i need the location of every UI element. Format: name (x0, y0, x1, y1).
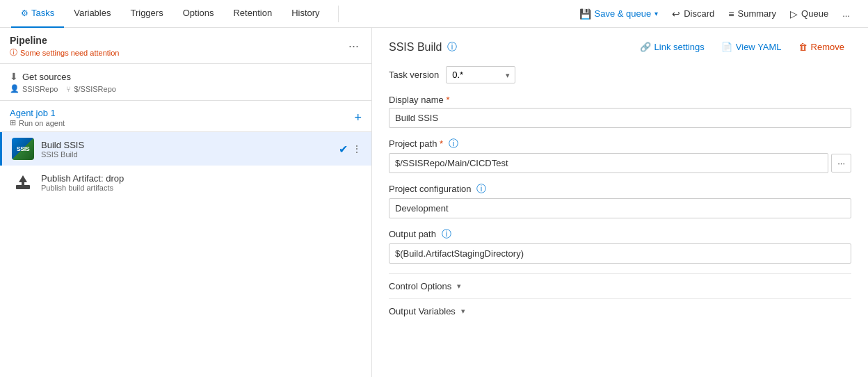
agent-job-title-block: Agent job 1 ⊞ Run on agent (10, 108, 65, 127)
add-task-button[interactable]: + (354, 111, 362, 125)
task-info-icon[interactable]: ⓘ (447, 41, 457, 54)
discard-button[interactable]: ↩ Discard (665, 3, 721, 24)
top-actions: 💾 Save & queue ▾ ↩ Discard ≡ Summary ▷ Q… (572, 3, 857, 24)
top-nav: ⚙ Tasks Variables Triggers Options Reten… (0, 0, 868, 28)
list-icon: ≡ (728, 8, 734, 19)
warning-icon: ⓘ (10, 47, 17, 58)
task-version-row: Task version 0.* 1.* (389, 66, 851, 83)
yaml-icon: 📄 (721, 42, 732, 52)
undo-icon: ↩ (672, 8, 680, 19)
person-icon: 👤 (10, 84, 19, 93)
project-configuration-input[interactable] (389, 198, 851, 218)
save-queue-button[interactable]: 💾 Save & queue ▾ (572, 3, 666, 24)
agent-job-header: Agent job 1 ⊞ Run on agent + (10, 108, 362, 127)
get-sources-branch: ⑂ $/SSISRepo (66, 85, 116, 93)
remove-button[interactable]: 🗑 Remove (791, 39, 851, 55)
task-item-publish-artifact[interactable]: Publish Artifact: drop Publish build art… (0, 166, 371, 199)
display-name-input[interactable] (389, 108, 851, 128)
task-sub-publish-artifact: Publish build artifacts (41, 184, 362, 192)
agent-job-sub: ⊞ Run on agent (10, 118, 65, 127)
right-panel: SSIS Build ⓘ 🔗 Link settings 📄 View YAML… (372, 28, 868, 377)
output-variables-section[interactable]: Output Variables ▾ (389, 298, 851, 323)
pipeline-icon: ⚙ (21, 8, 29, 18)
display-name-label: Display name * (389, 95, 851, 105)
tab-variables[interactable]: Variables (64, 0, 120, 28)
play-icon: ▷ (790, 8, 798, 19)
view-yaml-button[interactable]: 📄 View YAML (714, 39, 789, 55)
display-name-required-star: * (446, 95, 449, 105)
task-info-build-ssis: Build SSIS SSIS Build (41, 140, 339, 159)
link-icon: 🔗 (640, 42, 651, 52)
get-sources-meta: 👤 SSISRepo ⑂ $/SSISRepo (10, 84, 362, 93)
agent-job-title: Agent job 1 (10, 108, 65, 118)
project-path-row: Project path * ⓘ ··· (389, 138, 851, 173)
summary-button[interactable]: ≡ Summary (721, 3, 783, 24)
pipeline-warning: ⓘ Some settings need attention (10, 47, 119, 58)
project-path-info-icon[interactable]: ⓘ (449, 138, 458, 149)
pipeline-title-block: Pipeline ⓘ Some settings need attention (10, 35, 119, 58)
project-configuration-label: Project configuration ⓘ (389, 183, 851, 195)
tab-tasks[interactable]: ⚙ Tasks (11, 0, 64, 28)
task-actions-build-ssis: ✔ ⋮ (339, 143, 362, 156)
svg-rect-1 (16, 185, 30, 189)
nav-divider (338, 6, 339, 22)
project-config-info-icon[interactable]: ⓘ (476, 183, 486, 194)
display-name-row: Display name * (389, 95, 851, 128)
tab-retention[interactable]: Retention (223, 0, 282, 28)
pipeline-more-button[interactable]: ··· (346, 39, 362, 54)
output-path-label: Output path ⓘ (389, 228, 851, 241)
pipeline-title: Pipeline (10, 35, 119, 46)
detail-actions: 🔗 Link settings 📄 View YAML 🗑 Remove (633, 39, 851, 55)
get-sources-row: ⬇ Get sources (10, 71, 362, 82)
control-options-chevron-icon: ▾ (457, 282, 461, 291)
control-options-section[interactable]: Control Options ▾ (389, 273, 851, 298)
more-actions-button[interactable]: ... (835, 3, 857, 24)
task-icon-ssis: SSIS (12, 138, 34, 160)
trash-icon: 🗑 (798, 42, 807, 52)
branch-icon: ⑂ (66, 85, 71, 93)
project-path-required-star: * (440, 138, 443, 149)
task-sub-build-ssis: SSIS Build (41, 150, 339, 159)
task-list: SSIS Build SSIS SSIS Build ✔ ⋮ (0, 132, 371, 377)
agent-job-section: Agent job 1 ⊞ Run on agent + (0, 101, 371, 132)
link-settings-button[interactable]: 🔗 Link settings (633, 39, 712, 55)
output-variables-chevron-icon: ▾ (461, 307, 465, 316)
tab-options[interactable]: Options (173, 0, 224, 28)
task-detail-header: SSIS Build ⓘ 🔗 Link settings 📄 View YAML… (389, 39, 851, 55)
get-sources-icon: ⬇ (10, 71, 18, 82)
output-path-row: Output path ⓘ (389, 228, 851, 264)
task-detail-title: SSIS Build ⓘ (389, 41, 457, 54)
ssis-logo-icon: SSIS (12, 138, 34, 160)
project-configuration-row: Project configuration ⓘ (389, 183, 851, 218)
project-path-browse-button[interactable]: ··· (831, 154, 851, 173)
pipeline-section: Pipeline ⓘ Some settings need attention … (0, 28, 371, 64)
task-item-build-ssis[interactable]: SSIS Build SSIS SSIS Build ✔ ⋮ (0, 132, 371, 166)
project-path-label: Project path * ⓘ (389, 138, 851, 150)
get-sources-repo: 👤 SSISRepo (10, 84, 58, 93)
task-name-publish-artifact: Publish Artifact: drop (41, 173, 362, 184)
nav-tabs: ⚙ Tasks Variables Triggers Options Reten… (11, 0, 330, 28)
task-info-publish-artifact: Publish Artifact: drop Publish build art… (41, 173, 362, 192)
get-sources-section[interactable]: ⬇ Get sources 👤 SSISRepo ⑂ $/SSISRepo (0, 64, 371, 101)
output-path-info-icon[interactable]: ⓘ (442, 228, 451, 239)
task-version-select-container: 0.* 1.* (446, 66, 515, 83)
project-path-input[interactable] (389, 153, 828, 173)
queue-button[interactable]: ▷ Queue (783, 3, 835, 24)
task-icon-publish (12, 171, 34, 193)
get-sources-title: Get sources (22, 72, 71, 82)
agent-icon: ⊞ (10, 118, 16, 127)
task-name-build-ssis: Build SSIS (41, 140, 339, 150)
task-version-select[interactable]: 0.* 1.* (446, 66, 515, 83)
tab-triggers[interactable]: Triggers (120, 0, 172, 28)
task-version-label: Task version (389, 70, 439, 80)
task-enabled-check-icon: ✔ (339, 143, 348, 156)
task-menu-button-build-ssis[interactable]: ⋮ (352, 143, 362, 154)
pipeline-header: Pipeline ⓘ Some settings need attention … (10, 35, 362, 58)
publish-upload-icon (12, 171, 34, 193)
project-path-input-group: ··· (389, 153, 851, 173)
left-panel: Pipeline ⓘ Some settings need attention … (0, 28, 372, 377)
save-icon: 💾 (579, 8, 591, 19)
tab-history[interactable]: History (282, 0, 329, 28)
output-path-input[interactable] (389, 243, 851, 264)
main-layout: Pipeline ⓘ Some settings need attention … (0, 28, 868, 377)
